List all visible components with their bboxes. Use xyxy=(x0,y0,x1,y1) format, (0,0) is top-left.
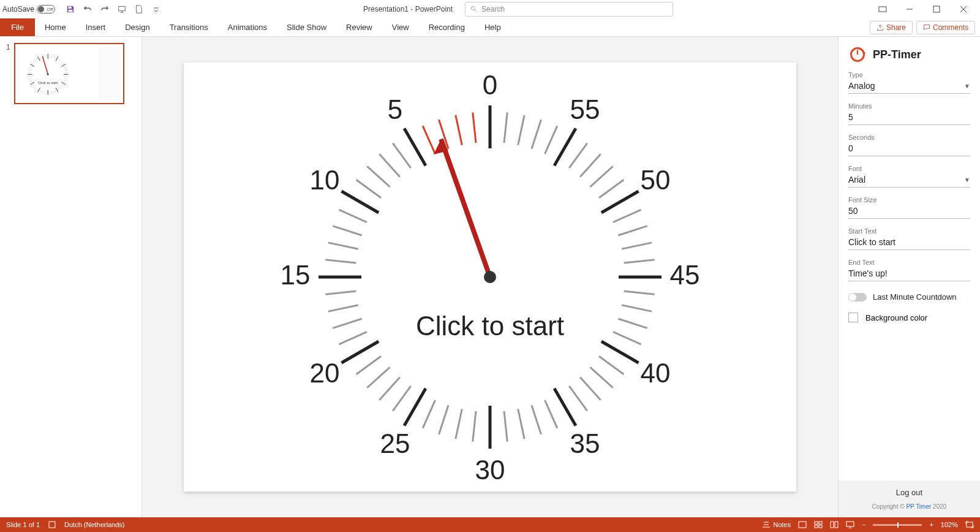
comments-button[interactable]: Comments xyxy=(916,21,975,34)
normal-view-icon[interactable] xyxy=(798,521,807,528)
svg-line-93 xyxy=(580,377,600,400)
tab-review[interactable]: Review xyxy=(336,18,382,36)
clock-num-25: 25 xyxy=(380,428,410,458)
share-button[interactable]: Share xyxy=(870,21,913,34)
svg-rect-5 xyxy=(933,6,940,12)
slideshow-from-start-icon[interactable] xyxy=(115,2,129,16)
file-tab[interactable]: File xyxy=(0,18,35,36)
fit-to-window-icon[interactable] xyxy=(965,521,974,528)
svg-rect-140 xyxy=(819,525,822,528)
fontsize-input[interactable]: 50 xyxy=(848,203,970,219)
tab-design[interactable]: Design xyxy=(115,18,159,36)
language-status[interactable]: Dutch (Netherlands) xyxy=(64,521,124,528)
notes-button[interactable]: Notes xyxy=(762,521,791,528)
zoom-level[interactable]: 102% xyxy=(941,521,958,528)
slide-canvas[interactable]: 0 5 10 15 20 25 30 35 40 45 50 55 xyxy=(184,63,796,492)
search-input[interactable]: Search xyxy=(465,2,673,17)
logout-button[interactable]: Log out xyxy=(846,488,973,497)
svg-rect-1 xyxy=(69,10,73,12)
ribbon-display-icon[interactable] xyxy=(873,2,892,17)
svg-line-23 xyxy=(64,76,68,77)
svg-line-73 xyxy=(532,120,541,149)
tab-animations[interactable]: Animations xyxy=(218,18,277,36)
starttext-input[interactable]: Click to start xyxy=(848,235,970,250)
svg-line-95 xyxy=(554,389,576,426)
svg-line-54 xyxy=(28,70,31,70)
clock-start-text: Click to start xyxy=(416,311,564,341)
tab-view[interactable]: View xyxy=(382,18,419,36)
clock-num-55: 55 xyxy=(570,94,600,124)
bgcolor-label: Background color xyxy=(865,313,927,322)
svg-rect-142 xyxy=(967,522,973,527)
clock-num-10: 10 xyxy=(310,165,340,195)
svg-line-12 xyxy=(56,56,58,61)
status-bar: Slide 1 of 1 Dutch (Netherlands) Notes −… xyxy=(0,517,980,532)
bgcolor-checkbox[interactable] xyxy=(848,313,858,322)
redo-dropdown-icon[interactable] xyxy=(98,2,111,16)
save-icon[interactable] xyxy=(64,2,77,16)
svg-line-102 xyxy=(456,409,462,439)
svg-line-119 xyxy=(339,210,367,222)
maximize-icon[interactable] xyxy=(927,2,946,17)
slide-count[interactable]: Slide 1 of 1 xyxy=(6,521,40,528)
slide-editor: 0 5 10 15 20 25 30 35 40 45 50 55 xyxy=(142,37,838,517)
svg-rect-0 xyxy=(69,7,72,9)
type-select[interactable]: Analog▼ xyxy=(848,78,970,94)
svg-rect-135 xyxy=(49,522,55,528)
svg-line-14 xyxy=(59,59,61,61)
undo-icon[interactable] xyxy=(81,2,94,16)
accessibility-icon[interactable] xyxy=(48,521,56,528)
svg-line-40 xyxy=(42,91,43,94)
timer-clock[interactable]: 0 5 10 15 20 25 30 35 40 45 50 55 xyxy=(184,63,796,492)
pptimer-link[interactable]: PP Timer xyxy=(906,503,931,510)
svg-line-34 xyxy=(53,91,54,94)
new-file-icon[interactable] xyxy=(132,2,146,16)
endtext-input[interactable]: Time's up! xyxy=(848,266,970,281)
tab-slideshow[interactable]: Slide Show xyxy=(277,18,336,36)
svg-line-98 xyxy=(518,409,524,439)
zoom-in-icon[interactable]: + xyxy=(929,521,933,528)
tab-home[interactable]: Home xyxy=(35,18,76,36)
qat-customize-icon[interactable] xyxy=(149,2,163,16)
svg-line-41 xyxy=(39,89,40,93)
svg-line-129 xyxy=(473,112,476,143)
lastmin-toggle[interactable] xyxy=(848,293,867,302)
close-icon[interactable] xyxy=(954,2,973,17)
autosave-toggle[interactable]: AutoSave Off xyxy=(2,5,55,13)
tab-help[interactable]: Help xyxy=(475,18,511,36)
slide-thumbnail[interactable]: Click to start xyxy=(14,43,124,104)
clock-num-5: 5 xyxy=(388,94,402,124)
comment-icon xyxy=(923,24,930,31)
svg-line-113 xyxy=(328,305,358,311)
clock-num-20: 20 xyxy=(310,358,340,388)
endtext-label: End Text xyxy=(848,259,970,266)
zoom-out-icon[interactable]: − xyxy=(862,521,865,528)
chevron-down-icon: ▼ xyxy=(964,83,970,89)
seconds-input[interactable]: 0 xyxy=(848,141,970,156)
svg-line-60 xyxy=(34,59,37,61)
minutes-input[interactable]: 5 xyxy=(848,110,970,125)
svg-line-8 xyxy=(50,54,50,58)
svg-line-58 xyxy=(31,63,34,64)
svg-line-20 xyxy=(64,70,68,70)
zoom-slider[interactable] xyxy=(873,524,922,526)
autosave-state: Off xyxy=(47,7,54,12)
reading-view-icon[interactable] xyxy=(830,521,839,528)
minimize-icon[interactable] xyxy=(900,2,919,17)
font-select[interactable]: Arial▼ xyxy=(848,172,970,188)
svg-line-9 xyxy=(51,55,52,58)
tab-insert[interactable]: Insert xyxy=(76,18,116,36)
lastmin-label: Last Minute Countdown xyxy=(873,292,957,302)
pp-timer-pane: PP-Timer Type Analog▼ Minutes 5 Seconds … xyxy=(838,37,980,517)
svg-line-36 xyxy=(50,91,50,95)
fontsize-label: Font Size xyxy=(848,196,970,203)
sorter-view-icon[interactable] xyxy=(814,521,823,528)
svg-line-106 xyxy=(393,386,410,411)
svg-line-101 xyxy=(473,411,476,442)
tab-recording[interactable]: Recording xyxy=(419,18,475,36)
font-label: Font xyxy=(848,165,970,172)
ribbon-tabs: File Home Insert Design Transitions Anim… xyxy=(0,18,980,37)
svg-line-91 xyxy=(599,356,624,374)
slideshow-view-icon[interactable] xyxy=(846,521,854,528)
tab-transitions[interactable]: Transitions xyxy=(160,18,218,36)
